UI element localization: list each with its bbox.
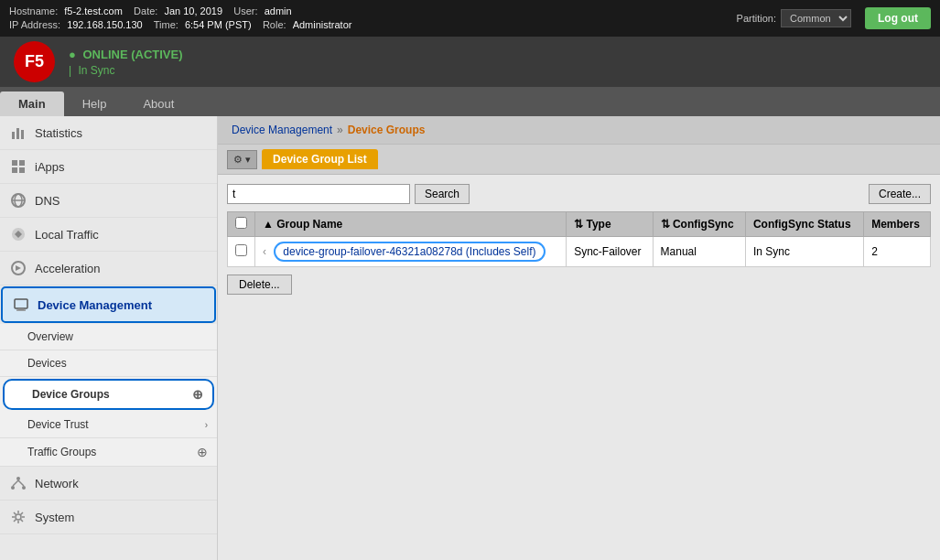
table-header-group-name[interactable]: ▲ Group Name <box>255 212 567 237</box>
iapps-label: iApps <box>35 160 65 174</box>
device-trust-arrow-icon[interactable]: › <box>205 420 208 430</box>
sort-icon-config-sync: ⇅ <box>661 218 673 231</box>
sort-icon-type: ⇅ <box>574 218 586 231</box>
svg-rect-12 <box>15 299 27 308</box>
select-all-checkbox[interactable] <box>235 217 247 229</box>
submenu-item-devices[interactable]: Devices <box>0 350 217 377</box>
delete-button[interactable]: Delete... <box>227 275 292 295</box>
role-label: Role: <box>263 19 286 30</box>
sidebar-item-device-management[interactable]: Device Management <box>1 286 216 323</box>
svg-point-20 <box>16 514 21 520</box>
table-row: ‹ device-group-failover-46321a08278d (In… <box>228 237 931 267</box>
svg-rect-6 <box>19 167 25 173</box>
device-group-link[interactable]: device-group-failover-46321a08278d (Incl… <box>274 242 545 262</box>
local-traffic-label: Local Traffic <box>35 228 99 242</box>
traffic-groups-actions: ⊕ <box>197 445 208 459</box>
sidebar-item-network[interactable]: Network <box>0 467 217 501</box>
table-header-checkbox <box>228 212 255 237</box>
hostname-line: Hostname: f5-2.test.com Date: Jan 10, 20… <box>9 5 351 17</box>
sidebar: Statistics iApps <box>0 116 218 560</box>
date-label: Date: <box>134 5 157 16</box>
sort-icon-group-name: ▲ <box>263 218 276 231</box>
ip-value: 192.168.150.130 <box>67 19 143 30</box>
nav-tabs: Main Help About <box>0 87 940 116</box>
device-trust-actions: › <box>205 420 208 430</box>
create-button[interactable]: Create... <box>869 184 931 204</box>
tab-help[interactable]: Help <box>64 92 125 116</box>
dns-icon <box>9 191 27 210</box>
row-config-sync-status-cell: In Sync <box>745 237 863 267</box>
tab-about[interactable]: About <box>124 92 192 116</box>
row-arrow-icon: ‹ <box>263 245 266 258</box>
search-controls: Search <box>227 184 470 204</box>
device-groups-actions: ⊕ <box>192 387 203 402</box>
submenu-item-device-groups[interactable]: Device Groups ⊕ <box>3 379 214 410</box>
svg-point-17 <box>22 486 26 490</box>
dns-label: DNS <box>35 194 59 208</box>
row-checkbox-cell <box>228 237 255 267</box>
submenu-item-device-trust[interactable]: Device Trust › <box>0 412 217 438</box>
ip-label: IP Address: <box>9 19 60 30</box>
ip-line: IP Address: 192.168.150.130 Time: 6:54 P… <box>9 19 351 31</box>
row-checkbox[interactable] <box>235 244 247 256</box>
sidebar-item-statistics[interactable]: Statistics <box>0 116 217 150</box>
device-management-label: Device Management <box>38 298 152 312</box>
sidebar-item-local-traffic[interactable]: Local Traffic <box>0 218 217 252</box>
accel-icon <box>9 259 27 277</box>
sidebar-item-acceleration[interactable]: Acceleration <box>0 252 217 285</box>
breadcrumb-parent[interactable]: Device Management <box>232 124 332 136</box>
sidebar-item-iapps[interactable]: iApps <box>0 150 217 184</box>
device-trust-label: Device Trust <box>27 418 89 431</box>
overview-label: Overview <box>27 330 73 343</box>
submenu-item-overview[interactable]: Overview <box>0 324 217 350</box>
row-type-cell: Sync-Failover <box>567 237 653 267</box>
traffic-groups-label: Traffic Groups <box>27 446 96 458</box>
svg-line-19 <box>18 480 24 486</box>
time-label: Time: <box>154 19 178 30</box>
svg-point-16 <box>11 486 15 490</box>
table-header-members: Members <box>864 212 931 237</box>
breadcrumb-separator: » <box>337 124 343 136</box>
role-value: Administrator <box>293 19 352 30</box>
tab-main[interactable]: Main <box>0 92 64 116</box>
row-config-sync-cell: Manual <box>653 237 745 267</box>
svg-rect-5 <box>12 167 17 173</box>
logout-button[interactable]: Log out <box>865 7 931 29</box>
device-groups-label: Device Groups <box>32 388 110 401</box>
host-info: Hostname: f5-2.test.com Date: Jan 10, 20… <box>9 5 351 31</box>
f5-logo: F5 <box>14 41 55 82</box>
table-header-config-sync-status: ConfigSync Status <box>745 212 863 237</box>
status-info: ● ONLINE (ACTIVE) | In Sync <box>69 48 183 77</box>
chart-icon <box>9 124 27 142</box>
device-groups-table: ▲ Group Name ⇅ Type ⇅ ConfigSync ConfigS… <box>227 211 931 267</box>
partition-dropdown[interactable]: Common <box>781 9 851 27</box>
table-header-type[interactable]: ⇅ Type <box>567 212 653 237</box>
row-members-cell: 2 <box>864 237 931 267</box>
breadcrumb-current: Device Groups <box>348 124 426 136</box>
sidebar-item-system[interactable]: System <box>0 501 217 534</box>
action-row: Delete... <box>227 275 931 295</box>
partition-label: Partition: <box>737 13 776 24</box>
table-area: Search Create... ▲ Group Name ⇅ T <box>218 175 940 304</box>
time-value: 6:54 PM (PST) <box>185 19 252 30</box>
partition-selector[interactable]: Partition: Common <box>737 9 851 27</box>
tab-device-group-list[interactable]: Device Group List <box>262 149 378 169</box>
breadcrumb: Device Management » Device Groups <box>218 116 940 145</box>
app-header: F5 ● ONLINE (ACTIVE) | In Sync <box>0 37 940 87</box>
submenu-item-traffic-groups[interactable]: Traffic Groups ⊕ <box>0 438 217 467</box>
devices-label: Devices <box>27 357 67 370</box>
svg-rect-1 <box>16 128 19 139</box>
apps-icon <box>9 157 27 176</box>
search-button[interactable]: Search <box>415 184 470 204</box>
content-tabs-bar: ⚙ ▾ Device Group List <box>218 145 940 175</box>
device-groups-plus-icon[interactable]: ⊕ <box>192 387 203 402</box>
acceleration-label: Acceleration <box>35 262 101 275</box>
traffic-groups-plus-icon[interactable]: ⊕ <box>197 445 208 459</box>
gear-button[interactable]: ⚙ ▾ <box>227 150 257 169</box>
search-row: Search Create... <box>227 184 931 204</box>
table-header-config-sync[interactable]: ⇅ ConfigSync <box>653 212 745 237</box>
search-input[interactable] <box>227 184 410 204</box>
sidebar-item-dns[interactable]: DNS <box>0 184 217 218</box>
row-group-name-cell: ‹ device-group-failover-46321a08278d (In… <box>255 237 567 267</box>
system-icon <box>9 508 27 526</box>
